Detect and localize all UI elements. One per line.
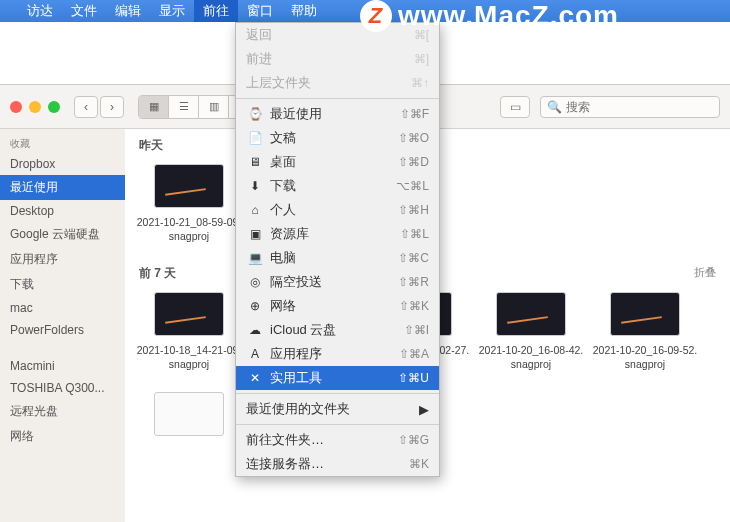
file-thumbnail — [610, 292, 680, 336]
menu-library[interactable]: ▣资源库⇧⌘L — [236, 222, 439, 246]
menu-forward: 前进⌘] — [236, 47, 439, 71]
sidebar-item-downloads[interactable]: 下载 — [0, 272, 125, 297]
section-title: 昨天 — [139, 137, 163, 154]
menu-edit[interactable]: 编辑 — [106, 0, 150, 22]
cloud-icon: ☁ — [246, 323, 264, 337]
search-input[interactable] — [566, 100, 716, 114]
menu-recents[interactable]: ⌚最近使用⇧⌘F — [236, 102, 439, 126]
file-thumbnail — [154, 392, 224, 436]
sidebar-favorites-header: 收藏 — [0, 135, 125, 153]
minimize-button[interactable] — [29, 101, 41, 113]
sidebar-item-macmini[interactable]: Macmini — [0, 355, 125, 377]
file-thumbnail — [154, 164, 224, 208]
airdrop-icon: ◎ — [246, 275, 264, 289]
applications-icon: A — [246, 347, 264, 361]
file-item[interactable]: 2021-10-21_08-59-09.snagproj — [135, 164, 243, 243]
file-item[interactable] — [135, 392, 243, 436]
menu-utilities[interactable]: ✕实用工具⇧⌘U — [236, 366, 439, 390]
menu-applications[interactable]: A应用程序⇧⌘A — [236, 342, 439, 366]
sidebar-item-network[interactable]: 网络 — [0, 424, 125, 449]
file-item[interactable]: 2021-10-20_16-09-52.snagproj — [591, 292, 699, 371]
utilities-icon: ✕ — [246, 371, 264, 385]
network-icon: ⊕ — [246, 299, 264, 313]
computer-icon: 💻 — [246, 251, 264, 265]
menu-separator — [236, 393, 439, 394]
menu-go[interactable]: 前往 — [194, 0, 238, 22]
close-button[interactable] — [10, 101, 22, 113]
menu-separator — [236, 424, 439, 425]
submenu-arrow-icon: ▶ — [419, 402, 429, 417]
file-name: 2021-10-20_16-09-52.snagproj — [591, 344, 699, 371]
file-name: 2021-10-18_14-21-09.snagproj — [135, 344, 243, 371]
file-name: 2021-10-21_08-59-09.snagproj — [135, 216, 243, 243]
app-menu[interactable]: 访达 — [18, 0, 62, 22]
download-icon: ⬇ — [246, 179, 264, 193]
sidebar-item-mac[interactable]: mac — [0, 297, 125, 319]
file-item[interactable]: 2021-10-18_14-21-09.snagproj — [135, 292, 243, 371]
menu-enclosing-folder: 上层文件夹⌘↑ — [236, 71, 439, 95]
desktop-icon: 🖥 — [246, 155, 264, 169]
menu-icloud[interactable]: ☁iCloud 云盘⇧⌘I — [236, 318, 439, 342]
collapse-toggle[interactable]: 折叠 — [694, 265, 716, 282]
zoom-button[interactable] — [48, 101, 60, 113]
sidebar-item-google-drive[interactable]: Google 云端硬盘 — [0, 222, 125, 247]
sidebar: 收藏 Dropbox 最近使用 Desktop Google 云端硬盘 应用程序… — [0, 129, 125, 522]
path-button[interactable]: ▭ — [500, 96, 530, 118]
go-menu-dropdown: 返回⌘[ 前进⌘] 上层文件夹⌘↑ ⌚最近使用⇧⌘F 📄文稿⇧⌘O 🖥桌面⇧⌘D… — [235, 22, 440, 477]
menu-network[interactable]: ⊕网络⇧⌘K — [236, 294, 439, 318]
view-icon-button[interactable]: ▦ — [139, 96, 169, 118]
file-thumbnail — [496, 292, 566, 336]
menu-home[interactable]: ⌂个人⇧⌘H — [236, 198, 439, 222]
sidebar-item-powerfolders[interactable]: PowerFolders — [0, 319, 125, 341]
menu-computer[interactable]: 💻电脑⇧⌘C — [236, 246, 439, 270]
menu-back: 返回⌘[ — [236, 23, 439, 47]
menu-airdrop[interactable]: ◎隔空投送⇧⌘R — [236, 270, 439, 294]
library-icon: ▣ — [246, 227, 264, 241]
file-thumbnail — [154, 292, 224, 336]
menu-view[interactable]: 显示 — [150, 0, 194, 22]
menu-go-to-folder[interactable]: 前往文件夹…⇧⌘G — [236, 428, 439, 452]
menu-window[interactable]: 窗口 — [238, 0, 282, 22]
sidebar-item-remote-disc[interactable]: 远程光盘 — [0, 399, 125, 424]
menu-downloads[interactable]: ⬇下载⌥⌘L — [236, 174, 439, 198]
view-list-button[interactable]: ☰ — [169, 96, 199, 118]
view-column-button[interactable]: ▥ — [199, 96, 229, 118]
menu-connect-server[interactable]: 连接服务器…⌘K — [236, 452, 439, 476]
sidebar-item-dropbox[interactable]: Dropbox — [0, 153, 125, 175]
menu-documents[interactable]: 📄文稿⇧⌘O — [236, 126, 439, 150]
document-icon: 📄 — [246, 131, 264, 145]
sidebar-item-desktop[interactable]: Desktop — [0, 200, 125, 222]
file-name: 2021-10-20_16-08-42.snagproj — [477, 344, 585, 371]
sidebar-item-recents[interactable]: 最近使用 — [0, 175, 125, 200]
menu-recent-folders[interactable]: 最近使用的文件夹▶ — [236, 397, 439, 421]
file-item[interactable]: 2021-10-20_16-08-42.snagproj — [477, 292, 585, 371]
clock-icon: ⌚ — [246, 107, 264, 121]
menu-file[interactable]: 文件 — [62, 0, 106, 22]
window-controls — [10, 101, 60, 113]
nav-forward-button[interactable]: › — [100, 96, 124, 118]
search-icon: 🔍 — [547, 100, 562, 114]
nav-back-button[interactable]: ‹ — [74, 96, 98, 118]
search-field[interactable]: 🔍 — [540, 96, 720, 118]
home-icon: ⌂ — [246, 203, 264, 217]
sidebar-item-applications[interactable]: 应用程序 — [0, 247, 125, 272]
menu-help[interactable]: 帮助 — [282, 0, 326, 22]
menu-desktop[interactable]: 🖥桌面⇧⌘D — [236, 150, 439, 174]
section-title: 前 7 天 — [139, 265, 176, 282]
sidebar-item-toshiba[interactable]: TOSHIBA Q300... — [0, 377, 125, 399]
menu-separator — [236, 98, 439, 99]
menubar: 访达 文件 编辑 显示 前往 窗口 帮助 — [0, 0, 730, 22]
